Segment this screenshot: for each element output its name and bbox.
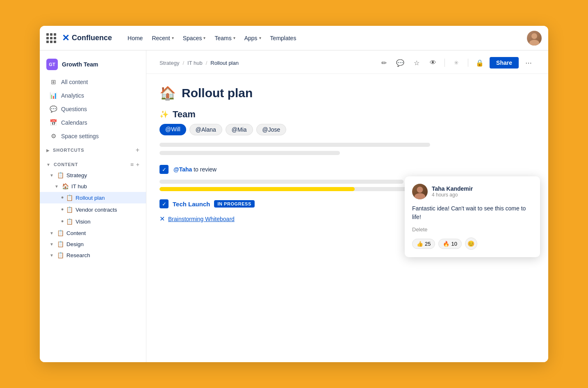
content-section-header: ▼ CONTENT ≡ +: [40, 157, 146, 169]
content-line-2: [160, 151, 340, 155]
breadcrumb-current: Rollout plan: [210, 60, 239, 66]
logo-text: Confluence: [72, 34, 112, 42]
content-add-icon[interactable]: +: [136, 161, 139, 168]
strategy-chevron: ▼: [50, 173, 55, 178]
logo[interactable]: ✕ Confluence: [62, 33, 112, 43]
nav-apps[interactable]: Apps ▾: [240, 32, 265, 44]
share-button[interactable]: Share: [490, 57, 519, 68]
task2-checkbox[interactable]: ✓: [160, 199, 169, 208]
space-header[interactable]: GT Growth Team: [40, 55, 146, 75]
task-row-1: ✓ @Taha to review: [160, 162, 535, 177]
comment-body: Fantastic idea! Can't wait to see this c…: [412, 204, 533, 221]
sidebar-item-questions[interactable]: 💬 Questions: [43, 103, 143, 116]
comment-button[interactable]: 💬: [394, 56, 407, 69]
user-avatar[interactable]: [527, 31, 542, 46]
browser-window: ✕ Confluence Home Recent ▾ Spaces ▾ Team…: [40, 26, 548, 362]
content-lines: [160, 143, 535, 155]
toolbar-separator-2: [468, 59, 468, 67]
tag-will[interactable]: @Will: [160, 124, 186, 135]
breadcrumb: Strategy / IT hub / Rollout plan: [160, 60, 239, 66]
all-content-icon: ⊞: [50, 78, 57, 86]
page-body: 🏠 Rollout plan ✨ Team @Will @Alana @Mia …: [146, 74, 548, 242]
comment-header: Taha Kandemir 4 hours ago: [412, 184, 533, 199]
comment-author: Taha Kandemir: [432, 185, 473, 192]
shortcuts-add-icon[interactable]: +: [136, 146, 139, 154]
burst-button[interactable]: ✳: [450, 56, 463, 69]
in-progress-badge: IN PROGRESS: [214, 200, 254, 208]
nav-recent[interactable]: Recent ▾: [148, 32, 178, 44]
more-button[interactable]: ⋯: [522, 56, 535, 69]
content-tree-chevron: ▼: [50, 231, 55, 235]
tree-item-it-hub[interactable]: ▼ 🏠 IT hub: [40, 181, 146, 192]
sidebar-item-all-content[interactable]: ⊞ All content: [43, 75, 143, 89]
sidebar-item-calendars[interactable]: 📅 Calendars: [43, 116, 143, 129]
add-reaction-button[interactable]: 😊: [465, 237, 477, 250]
sidebar-item-analytics[interactable]: 📊 Analytics: [43, 89, 143, 102]
research-chevron: ▼: [50, 253, 55, 258]
progress-fill: [160, 187, 355, 191]
breadcrumb-strategy[interactable]: Strategy: [160, 60, 179, 66]
recent-chevron: ▾: [172, 36, 174, 40]
view-button[interactable]: 👁: [426, 56, 440, 69]
content-chevron[interactable]: ▼: [46, 162, 50, 167]
page-emoji: 🏠: [160, 85, 176, 101]
content-panel: Strategy / IT hub / Rollout plan ✏ 💬 ☆: [146, 50, 548, 362]
apps-grid-icon[interactable]: [46, 33, 56, 43]
rollout-dot: •: [61, 194, 64, 201]
vendor-dot: •: [61, 206, 64, 213]
lock-button[interactable]: 🔒: [473, 56, 486, 69]
task2-text[interactable]: Tech Launch: [173, 201, 210, 208]
thumbsup-count: 25: [425, 241, 431, 247]
comment-delete-button[interactable]: Delete: [412, 226, 533, 233]
space-icon: GT: [46, 59, 58, 70]
task1-mention[interactable]: @Taha: [173, 166, 192, 173]
tree-item-strategy[interactable]: ▼ 📋 Strategy: [40, 170, 146, 180]
topbar-right: [527, 31, 542, 46]
add-reaction-icon: 😊: [467, 240, 474, 247]
team-section: ✨ Team @Will @Alana @Mia @Jose: [160, 109, 535, 135]
task1-checkbox[interactable]: ✓: [160, 165, 169, 174]
fire-emoji: 🔥: [443, 241, 449, 247]
breadcrumb-bar: Strategy / IT hub / Rollout plan ✏ 💬 ☆: [146, 50, 548, 74]
tree-item-vision[interactable]: • 📋 Vision: [40, 216, 146, 227]
content-label: CONTENT: [54, 162, 78, 167]
whiteboard-link[interactable]: Brainstorming Whiteboard: [168, 216, 235, 222]
shortcuts-label: SHORTCUTS: [53, 148, 84, 153]
analytics-icon: 📊: [50, 92, 57, 99]
tag-mia[interactable]: @Mia: [226, 124, 253, 135]
nav-teams[interactable]: Teams ▾: [210, 32, 239, 44]
design-chevron: ▼: [50, 242, 55, 246]
nav-spaces[interactable]: Spaces ▾: [179, 32, 210, 44]
team-label-row: ✨ Team: [160, 109, 535, 120]
nav-templates[interactable]: Templates: [266, 32, 301, 44]
tree-item-content[interactable]: ▼ 📋 Content: [40, 228, 146, 238]
reaction-fire[interactable]: 🔥 10: [438, 239, 461, 249]
breadcrumb-ithub[interactable]: IT hub: [187, 60, 203, 66]
tree-item-research[interactable]: ▼ 📋 Research: [40, 250, 146, 260]
nav-home[interactable]: Home: [123, 32, 147, 44]
edit-button[interactable]: ✏: [377, 56, 390, 69]
page-title: Rollout plan: [182, 86, 253, 100]
tree-item-vendor-contracts[interactable]: • 📋 Vendor contracts: [40, 204, 146, 215]
star-button[interactable]: ☆: [410, 56, 423, 69]
shortcuts-chevron[interactable]: ▶: [46, 148, 50, 153]
toolbar-separator: [444, 59, 445, 67]
comment-time: 4 hours ago: [432, 192, 473, 198]
topbar: ✕ Confluence Home Recent ▾ Spaces ▾ Team…: [40, 26, 548, 50]
tree-item-design[interactable]: ▼ 📋 Design: [40, 239, 146, 249]
logo-icon: ✕: [62, 33, 69, 43]
spaces-chevron: ▾: [203, 36, 205, 40]
team-tags: @Will @Alana @Mia @Jose: [160, 124, 535, 135]
team-sparkle-icon: ✨: [160, 110, 169, 119]
main-area: GT Growth Team ⊞ All content 📊 Analytics…: [40, 50, 548, 362]
ithub-chevron: ▼: [55, 184, 59, 189]
tree-item-rollout-plan[interactable]: • 📋 Rollout plan: [40, 192, 146, 203]
fire-count: 10: [451, 241, 457, 247]
reaction-thumbsup[interactable]: 👍 25: [412, 239, 435, 249]
sidebar-item-space-settings[interactable]: ⚙ Space settings: [43, 130, 143, 143]
tag-alana[interactable]: @Alana: [189, 124, 222, 135]
content-filter-icon[interactable]: ≡: [130, 161, 134, 168]
sidebar: GT Growth Team ⊞ All content 📊 Analytics…: [40, 50, 146, 362]
tag-jose[interactable]: @Jose: [256, 124, 287, 135]
shortcuts-section-header: ▶ SHORTCUTS +: [40, 143, 146, 155]
